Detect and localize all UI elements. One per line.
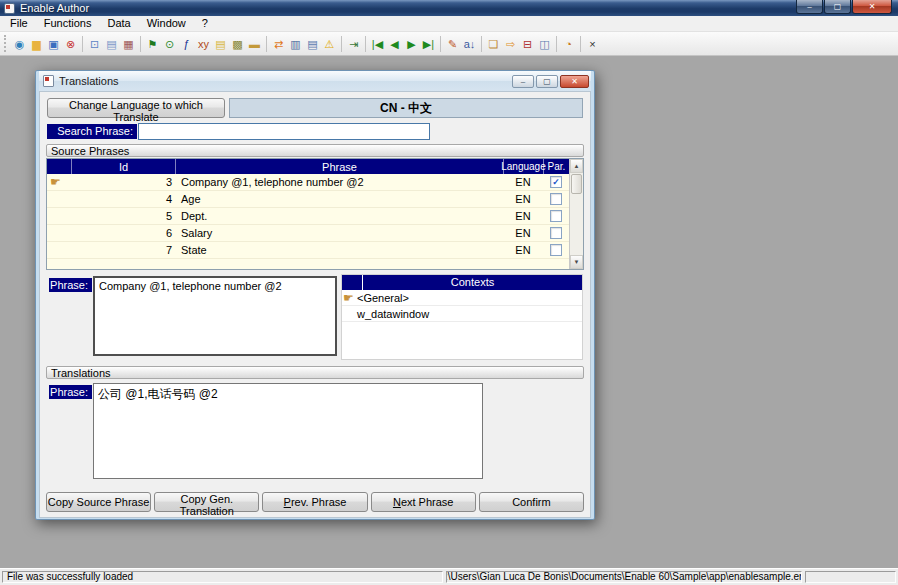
table-row[interactable]: 6 Salary EN <box>47 225 569 242</box>
source-phrases-grid: Id Phrase Language Par. ☛ 3 Compa <box>47 159 569 269</box>
scroll-up-icon[interactable]: ▲ <box>570 159 583 173</box>
menu-help[interactable]: ? <box>194 16 216 31</box>
xy-values-icon[interactable]: xy <box>195 35 212 53</box>
flag-icon[interactable]: ⚑ <box>144 35 161 53</box>
notes-icon[interactable]: ▤ <box>212 35 229 53</box>
print-preview-icon[interactable]: ▤ <box>103 35 120 53</box>
dialog-restore-button[interactable]: ▢ <box>536 75 558 88</box>
search-phrase-input[interactable] <box>138 123 430 140</box>
nav-first-icon[interactable]: |◀ <box>369 35 386 53</box>
menu-window[interactable]: Window <box>139 16 194 31</box>
table-row[interactable]: ☛ 3 Company @1, telephone number @2 EN ✓ <box>47 174 569 191</box>
table-scrollbar[interactable]: ▲ ▼ <box>569 159 583 269</box>
print-icon[interactable]: ▦ <box>120 35 137 53</box>
timer-icon[interactable]: ◔ <box>560 35 577 53</box>
toolbox-icon[interactable]: ▩ <box>229 35 246 53</box>
row-indicator-cell: ☛ <box>47 176 71 188</box>
scrollbar-thumb[interactable] <box>571 174 582 194</box>
context-row[interactable]: w_datawindow <box>342 306 582 322</box>
toolbar-items: ◉ ▆ ▣ ⊗ ⊡ ▤ ▦ ⚑ ⊙ ƒ <box>11 32 601 56</box>
par-checkbox[interactable]: ✓ <box>550 176 562 188</box>
window-controls: – ▢ ✕ <box>796 0 892 14</box>
par-checkbox[interactable] <box>550 193 562 205</box>
database-icon[interactable]: ▥ <box>287 35 304 53</box>
dialog-close-button[interactable]: ✕ <box>560 75 589 88</box>
toolbar: ◉ ▆ ▣ ⊗ ⊡ ▤ ▦ ⚑ ⊙ ƒ <box>0 32 898 56</box>
menu-data[interactable]: Data <box>99 16 138 31</box>
column-header-phrase[interactable]: Phrase <box>175 159 503 174</box>
nav-last-icon[interactable]: ▶| <box>420 35 437 53</box>
current-context-pointer-icon: ☛ <box>342 292 355 304</box>
source-phrase-text[interactable]: Company @1, telephone number @2 <box>93 276 337 356</box>
sort-az-icon[interactable]: a↓ <box>461 35 478 53</box>
prev-phrase-button[interactable]: Prev. Phrase <box>262 492 367 512</box>
copy-source-phrase-button[interactable]: Copy Source Phrase <box>46 492 151 512</box>
confirm-button[interactable]: Confirm <box>479 492 584 512</box>
contexts-header-title: Contexts <box>363 275 582 290</box>
row-language-cell: EN <box>503 227 543 239</box>
close-toolbar-icon[interactable]: × <box>584 35 601 53</box>
row-phrase-cell[interactable]: Dept. <box>175 210 503 222</box>
goto-icon[interactable]: ⇨ <box>502 35 519 53</box>
minimize-button[interactable]: – <box>796 0 823 14</box>
search-phrase-label: Search Phrase: <box>47 124 137 139</box>
nav-next-icon[interactable]: ▶ <box>403 35 420 53</box>
par-checkbox[interactable] <box>550 244 562 256</box>
context-row[interactable]: ☛ <General> <box>342 290 582 306</box>
next-phrase-button[interactable]: Next Phrase <box>371 492 476 512</box>
column-header-indicator <box>47 159 71 174</box>
save-icon[interactable]: ▣ <box>45 35 62 53</box>
scroll-down-icon[interactable]: ▼ <box>570 255 583 269</box>
pen-icon[interactable]: ✎ <box>444 35 461 53</box>
menu-functions[interactable]: Functions <box>36 16 100 31</box>
nav-prev-icon[interactable]: ◀ <box>386 35 403 53</box>
toolbar-separator <box>140 36 141 52</box>
clipboard-icon[interactable]: ❏ <box>485 35 502 53</box>
dialog-controls: – ▢ ✕ <box>512 75 589 88</box>
column-header-id[interactable]: Id <box>71 159 175 174</box>
maximize-button[interactable]: ▢ <box>824 0 851 14</box>
change-language-button[interactable]: Change Language to which Translate <box>47 98 225 118</box>
close-button[interactable]: ✕ <box>852 0 892 14</box>
row-phrase-cell[interactable]: Age <box>175 193 503 205</box>
table-row[interactable]: 5 Dept. EN <box>47 208 569 225</box>
translation-phrase-text[interactable]: 公司 @1,电话号码 @2 <box>93 383 483 479</box>
translations-caption: Translations <box>46 366 584 379</box>
column-header-language[interactable]: Language <box>503 159 543 174</box>
contexts-indicator-column <box>342 275 362 290</box>
row-phrase-cell[interactable]: Salary <box>175 227 503 239</box>
toolbar-separator <box>440 36 441 52</box>
contexts-panel: Contexts ☛ <General> w_datawind <box>341 274 583 360</box>
par-checkbox[interactable] <box>550 210 562 222</box>
dialog-titlebar[interactable]: Translations – ▢ ✕ <box>39 71 591 91</box>
warning-icon[interactable]: ⚠ <box>321 35 338 53</box>
delete-row-icon[interactable]: ⊟ <box>519 35 536 53</box>
window-titlebar[interactable]: Enable Author – ▢ ✕ <box>0 0 898 16</box>
row-phrase-cell[interactable]: State <box>175 244 503 256</box>
open-folder-icon[interactable]: ▆ <box>28 35 45 53</box>
column-header-par[interactable]: Par. <box>543 159 569 174</box>
toolbar-grip[interactable] <box>4 35 7 52</box>
exit-icon[interactable]: ⇥ <box>345 35 362 53</box>
globe-icon[interactable]: ◉ <box>11 35 28 53</box>
function-icon[interactable]: ƒ <box>178 35 195 53</box>
context-name: <General> <box>355 292 409 304</box>
form-list-icon[interactable]: ▤ <box>304 35 321 53</box>
menu-file[interactable]: File <box>2 16 36 31</box>
dialog-minimize-button[interactable]: – <box>512 75 534 88</box>
current-row-pointer-icon: ☛ <box>50 176 61 188</box>
button-label: rev. Phrase <box>291 496 346 508</box>
exchange-arrows-icon[interactable]: ⇄ <box>270 35 287 53</box>
par-checkbox[interactable] <box>550 227 562 239</box>
row-phrase-cell[interactable]: Company @1, telephone number @2 <box>175 176 503 188</box>
split-window-icon[interactable]: ◫ <box>536 35 553 53</box>
copy-gen-translation-button[interactable]: Copy Gen. Translation <box>154 492 259 512</box>
zoom-icon[interactable]: ⊙ <box>161 35 178 53</box>
truck-icon[interactable]: ▬ <box>246 35 263 53</box>
row-id-cell: 6 <box>71 227 175 239</box>
close-file-icon[interactable]: ⊗ <box>62 35 79 53</box>
table-row[interactable]: 4 Age EN <box>47 191 569 208</box>
button-label: Copy Source Phrase <box>48 496 150 508</box>
find-in-document-icon[interactable]: ⊡ <box>86 35 103 53</box>
table-row[interactable]: 7 State EN <box>47 242 569 259</box>
